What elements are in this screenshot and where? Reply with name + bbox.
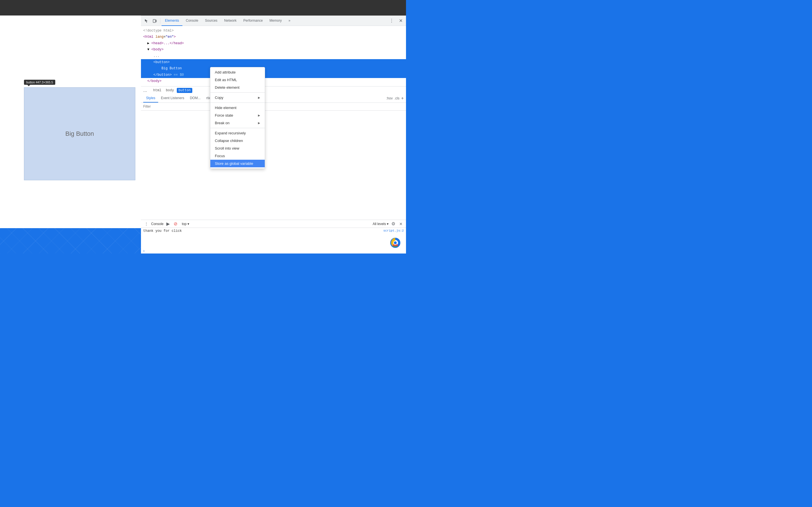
- button-tooltip: button 447.3×365.5: [24, 80, 55, 85]
- tree-line-ellipsis[interactable]: ...: [141, 53, 406, 59]
- cls-button[interactable]: .cls: [395, 96, 400, 100]
- device-toolbar-icon[interactable]: [151, 17, 159, 25]
- tab-memory[interactable]: Memory: [266, 16, 285, 26]
- console-log-text: thank you for click: [143, 229, 182, 233]
- console-close-button[interactable]: ✕: [398, 222, 404, 226]
- console-menu-icon[interactable]: ⋮: [143, 222, 149, 226]
- big-button-label: Big Button: [65, 130, 94, 137]
- console-clear-icon[interactable]: ⊘: [172, 221, 179, 226]
- chrome-logo: [390, 238, 400, 248]
- settings-icon[interactable]: ⋮: [388, 17, 396, 25]
- console-input-line: ›: [141, 248, 406, 253]
- three-dot-button[interactable]: ...: [141, 88, 149, 93]
- ctx-expand-recursively[interactable]: Expand recursively: [210, 129, 265, 137]
- ctx-sep-3: [210, 128, 265, 128]
- console-title: Console: [151, 222, 163, 226]
- breadcrumb: html body button: [149, 87, 406, 94]
- tab-sources[interactable]: Sources: [202, 16, 221, 26]
- console-panel: ⋮ Console ▶ ⊘ top ▾ All levels ▾ ⚙: [141, 220, 406, 253]
- tab-event-listeners[interactable]: Event Listeners: [158, 94, 187, 103]
- console-chevron-icon: ›: [143, 248, 145, 253]
- tree-line-button-close[interactable]: </button> == $0: [141, 72, 406, 78]
- toolbar-right-icons: ⋮ ✕: [388, 17, 405, 25]
- tree-line-button-content[interactable]: Big Button: [141, 65, 406, 71]
- console-content: thank you for click script.js:2: [141, 228, 406, 248]
- breadcrumb-row: ... html body button: [141, 86, 406, 94]
- breadcrumb-body[interactable]: body: [164, 88, 175, 93]
- styles-filter-input[interactable]: [143, 105, 404, 108]
- tab-network[interactable]: Network: [221, 16, 240, 26]
- styles-buttons: :hov .cls +: [386, 96, 404, 101]
- console-log-line: thank you for click script.js:2: [143, 229, 404, 233]
- ctx-focus[interactable]: Focus: [210, 152, 265, 160]
- tree-line-head[interactable]: ▶ <head>...</head>: [141, 40, 406, 47]
- tree-line-body-open[interactable]: ▼ <body>: [141, 47, 406, 53]
- tab-performance[interactable]: Performance: [240, 16, 266, 26]
- close-devtools-button[interactable]: ✕: [396, 17, 405, 25]
- hov-button[interactable]: :hov: [386, 96, 393, 100]
- tab-dom[interactable]: DOM...: [187, 94, 203, 103]
- devtools-toolbar: Elements Console Sources Network Perform…: [141, 16, 406, 26]
- tab-elements[interactable]: Elements: [161, 16, 183, 26]
- chevron-down-icon-2: ▾: [387, 222, 389, 226]
- console-input[interactable]: [146, 249, 404, 252]
- console-context-selector[interactable]: top ▾: [180, 222, 191, 226]
- tree-line-html[interactable]: <html lang="en">: [141, 34, 406, 40]
- ctx-hide-element[interactable]: Hide element: [210, 104, 265, 112]
- add-style-button[interactable]: +: [401, 96, 404, 101]
- ctx-add-attribute[interactable]: Add attribute: [210, 68, 265, 76]
- styles-content: [141, 111, 406, 220]
- force-state-arrow-icon: ▶: [258, 114, 260, 117]
- console-settings-icon[interactable]: ⚙: [390, 221, 396, 226]
- console-context-label: top: [182, 222, 187, 226]
- console-toolbar: ⋮ Console ▶ ⊘ top ▾ All levels ▾ ⚙: [141, 220, 406, 228]
- ctx-copy[interactable]: Copy ▶: [210, 94, 265, 101]
- ctx-delete-element[interactable]: Delete element: [210, 83, 265, 91]
- console-play-icon[interactable]: ▶: [165, 221, 171, 226]
- ctx-store-global[interactable]: Store as global variable: [210, 160, 265, 167]
- svg-rect-0: [153, 19, 155, 22]
- tree-line-body-close[interactable]: </body>: [141, 78, 406, 84]
- tab-console[interactable]: Console: [183, 16, 202, 26]
- chevron-down-icon: ▾: [188, 222, 189, 226]
- panel-tabs: Styles Event Listeners DOM... rties Acce…: [141, 94, 406, 103]
- devtools-panel: Elements Console Sources Network Perform…: [141, 15, 406, 253]
- svg-rect-1: [156, 20, 156, 22]
- tree-line-doctype[interactable]: <!doctype html>: [141, 27, 406, 34]
- styles-filter-row: [141, 103, 406, 111]
- context-menu: Add attribute Edit as HTML Delete elemen…: [210, 67, 265, 169]
- console-level-label: All levels: [373, 222, 386, 226]
- ctx-collapse-children[interactable]: Collapse children: [210, 137, 265, 145]
- tab-styles[interactable]: Styles: [143, 94, 158, 103]
- breadcrumb-button[interactable]: button: [177, 88, 192, 93]
- big-button[interactable]: Big Button: [24, 87, 135, 180]
- ctx-edit-html[interactable]: Edit as HTML: [210, 76, 265, 83]
- elements-panel: <!doctype html> <html lang="en"> ▶ <head…: [141, 26, 406, 253]
- copy-arrow-icon: ▶: [258, 96, 260, 99]
- ctx-force-state[interactable]: Force state ▶: [210, 112, 265, 119]
- break-on-arrow-icon: ▶: [258, 121, 260, 124]
- html-tree: <!doctype html> <html lang="en"> ▶ <head…: [141, 26, 406, 86]
- cursor-icon[interactable]: [142, 17, 151, 25]
- tab-more[interactable]: »: [285, 16, 294, 26]
- webpage-area: button 447.3×365.5 Big Button: [0, 15, 141, 228]
- ctx-sep-2: [210, 103, 265, 103]
- console-source[interactable]: script.js:2: [383, 229, 404, 233]
- ctx-scroll-into-view[interactable]: Scroll into view: [210, 145, 265, 152]
- toolbar-divider: [160, 18, 160, 24]
- breadcrumb-html[interactable]: html: [151, 88, 163, 93]
- browser-chrome: [0, 0, 406, 15]
- tree-line-button-open[interactable]: <button>: [141, 59, 406, 65]
- svg-point-6: [394, 241, 397, 244]
- console-level-filter[interactable]: All levels ▾: [373, 222, 389, 226]
- ctx-break-on[interactable]: Break on ▶: [210, 119, 265, 127]
